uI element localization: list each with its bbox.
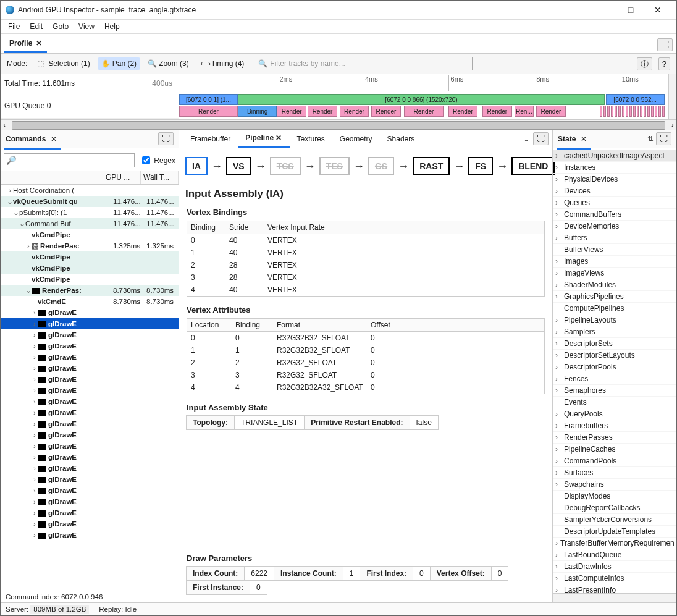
state-item[interactable]: ›LastBoundQueue (553, 549, 676, 561)
command-row[interactable]: ⌄pSubmits[0]: (111.476...11.476... (1, 207, 179, 218)
chevron-down-icon[interactable]: ⌄ (519, 135, 533, 143)
state-item[interactable]: ›cachedUnpackedImageAspect (553, 150, 676, 162)
timeline-segment[interactable]: Binning (238, 106, 277, 117)
command-search-input[interactable] (4, 153, 135, 167)
menu-view[interactable]: View (75, 21, 98, 32)
menu-goto[interactable]: Goto (49, 21, 72, 32)
state-item[interactable]: ›DeviceMemories (553, 221, 676, 232)
filter-input[interactable]: 🔍 Filter tracks by name... (254, 57, 473, 70)
stage-rast[interactable]: RAST (413, 157, 450, 175)
col-wall[interactable]: Wall T... (141, 171, 179, 184)
command-row[interactable]: ›glDrawE (1, 530, 179, 541)
state-item[interactable]: ›PipelineLayouts (553, 314, 676, 326)
state-item[interactable]: ›Surfaces (553, 467, 676, 479)
timeline-segment[interactable]: Render (404, 106, 443, 117)
info-icon[interactable]: ⓘ (637, 57, 652, 70)
command-row[interactable]: ›glDrawE (1, 418, 179, 429)
sort-icon[interactable]: ⇅ (645, 135, 656, 143)
state-item[interactable]: ›ShaderModules (553, 279, 676, 291)
mode-pan[interactable]: ✋Pan (2) (98, 57, 140, 70)
command-row[interactable]: ›glDrawE (1, 407, 179, 418)
timeline-scrollbar[interactable]: ‹› (1, 119, 676, 130)
gpu-track-1[interactable]: [6072 0 0 1] (1...[6072 0 0 866] (1520x7… (179, 94, 668, 105)
close-button[interactable]: ✕ (644, 5, 671, 15)
fullscreen-icon[interactable]: ⛶ (656, 132, 671, 145)
state-item[interactable]: ›DescriptorSets (553, 338, 676, 350)
state-item[interactable]: ›CommandBuffers (553, 209, 676, 221)
command-row[interactable]: ›glDrawE (1, 507, 179, 518)
stage-tes[interactable]: TES (319, 157, 350, 175)
mode-timing[interactable]: ⟷Timing (4) (196, 57, 248, 70)
table-row[interactable]: 040VERTEX (187, 234, 544, 247)
state-item[interactable]: BufferViews (553, 244, 676, 256)
state-item[interactable]: ›LastComputeInfos (553, 573, 676, 584)
tab-profile[interactable]: Profile ✕ (4, 36, 47, 53)
state-item[interactable]: ›ImageViews (553, 268, 676, 279)
timeline-segment[interactable]: Render (448, 106, 478, 117)
fullscreen-icon[interactable]: ⛶ (533, 132, 549, 145)
state-tree[interactable]: ›cachedUnpackedImageAspect›Instances›Phy… (553, 150, 676, 593)
command-row[interactable]: ›Host Coordination ( (1, 185, 179, 196)
command-row[interactable]: ›glDrawE (1, 496, 179, 507)
command-row[interactable]: ›glDrawE (1, 441, 179, 452)
time-ruler[interactable]: 2ms4ms6ms8ms10ms (179, 74, 668, 93)
state-item[interactable]: DisplayModes (553, 491, 676, 502)
table-row[interactable]: 22R32G32_SFLOAT0 (187, 357, 544, 369)
fullscreen-icon[interactable]: ⛶ (657, 38, 673, 51)
commands-tree[interactable]: ›Host Coordination (⌄vkQueueSubmit qu11.… (1, 185, 179, 591)
state-item[interactable]: ›DescriptorPools (553, 361, 676, 373)
command-row[interactable]: ›glDrawE (1, 396, 179, 407)
state-item[interactable]: SamplerYcbcrConversions (553, 514, 676, 526)
state-item[interactable]: ›Buffers (553, 232, 676, 244)
regex-checkbox[interactable]: Regex (140, 154, 175, 166)
table-row[interactable]: 440VERTEX (187, 284, 544, 296)
command-row[interactable]: ⌄RenderPas:8.730ms8.730ms (1, 285, 179, 296)
tab-shaders[interactable]: Shaders (380, 131, 423, 147)
stage-fs[interactable]: FS (468, 157, 493, 175)
command-row[interactable]: ›glDrawE (1, 307, 179, 318)
command-row[interactable]: ›glDrawE (1, 318, 179, 329)
stage-vs[interactable]: VS (226, 157, 251, 175)
menu-file[interactable]: File (4, 21, 23, 32)
command-row[interactable]: vkCmdPipe (1, 274, 179, 285)
command-row[interactable]: ⌄vkQueueSubmit qu11.476...11.476... (1, 196, 179, 207)
timeline-segment[interactable]: [6072 0 0 1] (1... (179, 94, 238, 105)
table-row[interactable]: 328VERTEX (187, 271, 544, 284)
table-row[interactable]: 140VERTEX (187, 247, 544, 259)
state-item[interactable]: ›QueryPools (553, 408, 676, 420)
state-item[interactable]: ›CommandPools (553, 455, 676, 467)
command-row[interactable]: ›glDrawE (1, 463, 179, 474)
fullscreen-icon[interactable]: ⛶ (158, 132, 174, 145)
state-item[interactable]: ›Fences (553, 373, 676, 385)
stage-tcs[interactable]: TCS (270, 157, 301, 175)
command-row[interactable]: ›glDrawE (1, 452, 179, 463)
command-row[interactable]: vkCmdPipe (1, 251, 179, 263)
state-item[interactable]: ›DescriptorSetLayouts (553, 350, 676, 361)
command-row[interactable]: ›glDrawE (1, 485, 179, 496)
stage-blend[interactable]: BLEND (511, 157, 555, 175)
command-row[interactable]: vkCmdPipe (1, 263, 179, 274)
state-item[interactable]: ›PhysicalDevices (553, 174, 676, 185)
state-item[interactable]: ›RenderPasses (553, 432, 676, 444)
close-icon[interactable]: ✕ (581, 135, 587, 143)
state-item[interactable]: ›PipelineCaches (553, 444, 676, 455)
command-row[interactable]: ›▧RenderPas:1.325ms1.325ms (1, 240, 179, 251)
tab-geometry[interactable]: Geometry (332, 131, 380, 147)
timeline-segment[interactable]: Render (277, 106, 306, 117)
state-scrollbar[interactable] (553, 593, 676, 602)
maximize-button[interactable]: □ (617, 5, 644, 15)
timeline-segment[interactable]: Render (179, 106, 238, 117)
tab-textures[interactable]: Textures (290, 131, 332, 147)
state-item[interactable]: DescriptorUpdateTemplates (553, 526, 676, 538)
stage-gs[interactable]: GS (368, 157, 394, 175)
state-item[interactable]: Events (553, 397, 676, 408)
state-item[interactable]: ›Images (553, 256, 676, 268)
state-item[interactable]: ›LastDrawInfos (553, 561, 676, 573)
timeline-segment[interactable]: Render (371, 106, 401, 117)
command-row[interactable]: ›glDrawE (1, 374, 179, 385)
minimize-button[interactable]: — (590, 5, 617, 15)
close-icon[interactable]: ✕ (36, 39, 42, 48)
timeline-segment[interactable]: Render (536, 106, 566, 117)
table-row[interactable]: 33R32G32_SFLOAT0 (187, 369, 544, 381)
menu-edit[interactable]: Edit (26, 21, 46, 32)
